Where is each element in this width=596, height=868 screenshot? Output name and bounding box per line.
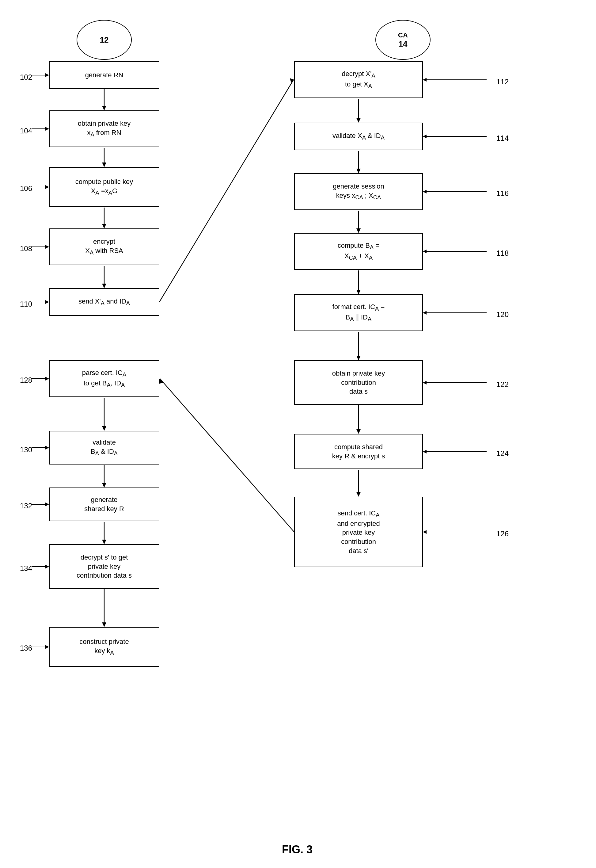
- svg-marker-13: [102, 483, 106, 488]
- box-construct-private-key: construct private key kA: [49, 627, 159, 667]
- step-116: 116: [496, 189, 509, 198]
- svg-marker-19: [356, 118, 361, 123]
- svg-marker-41: [45, 245, 49, 248]
- step-134: 134: [20, 564, 32, 573]
- box-compute-public-key: compute public key XA =xAG: [49, 167, 159, 207]
- svg-marker-31: [356, 492, 361, 497]
- entity-device: 12: [77, 20, 132, 60]
- svg-marker-25: [356, 290, 361, 294]
- step-104: 104: [20, 127, 32, 135]
- step-120: 120: [496, 310, 509, 319]
- svg-marker-57: [423, 135, 426, 138]
- svg-marker-7: [102, 284, 106, 288]
- step-124: 124: [496, 449, 509, 458]
- entity-ca-label1: CA: [398, 31, 408, 39]
- svg-marker-1: [102, 106, 106, 110]
- box-generate-session-keys: generate session keys xCA ; XCA: [294, 173, 423, 210]
- svg-marker-67: [423, 450, 426, 454]
- box-decrypt-s: decrypt s' to get private key contributi…: [49, 544, 159, 589]
- svg-marker-55: [423, 78, 426, 81]
- step-108: 108: [20, 244, 32, 253]
- svg-marker-69: [423, 530, 426, 534]
- box-compute-ba: compute BA = XCA + XA: [294, 233, 423, 270]
- svg-marker-45: [45, 377, 49, 380]
- svg-marker-17: [102, 623, 106, 627]
- svg-line-32: [160, 379, 294, 532]
- figure-caption: FIG. 3: [236, 843, 358, 856]
- svg-marker-49: [45, 503, 49, 506]
- svg-marker-43: [45, 300, 49, 304]
- box-obtain-private-key-contrib: obtain private key contribution data s: [294, 360, 423, 405]
- box-decrypt-xa: decrypt X'A to get XA: [294, 61, 423, 98]
- step-112: 112: [496, 78, 509, 86]
- svg-marker-3: [102, 163, 106, 167]
- box-encrypt-xa: encrypt XA with RSA: [49, 228, 159, 265]
- svg-marker-21: [356, 169, 361, 173]
- box-parse-cert: parse cert. ICA to get BA, IDA: [49, 360, 159, 397]
- svg-marker-33: [159, 379, 163, 384]
- svg-line-8: [159, 80, 294, 302]
- box-send-xa-ida: send X'A and IDA: [49, 288, 159, 316]
- step-110: 110: [20, 300, 32, 308]
- step-132: 132: [20, 501, 32, 510]
- box-generate-rn: generate RN: [49, 61, 159, 89]
- svg-marker-11: [102, 426, 106, 431]
- box-validate-ba: validate BA & IDA: [49, 431, 159, 464]
- box-send-cert: send cert. ICA and encrypted private key…: [294, 497, 423, 567]
- svg-marker-53: [45, 645, 49, 649]
- box-obtain-private-key: obtain private key xA from RN: [49, 110, 159, 147]
- svg-marker-23: [356, 228, 361, 233]
- svg-marker-27: [356, 356, 361, 360]
- svg-marker-9: [290, 78, 294, 83]
- box-format-cert: format cert. ICA = BA ∥ IDA: [294, 294, 423, 331]
- svg-marker-35: [45, 73, 49, 77]
- step-130: 130: [20, 445, 32, 454]
- svg-marker-51: [45, 565, 49, 568]
- step-102: 102: [20, 73, 32, 81]
- svg-marker-65: [423, 381, 426, 384]
- step-128: 128: [20, 376, 32, 384]
- entity-ca-label2: 14: [399, 39, 407, 49]
- svg-marker-63: [423, 311, 426, 315]
- box-validate-xa-ida: validate XA & IDA: [294, 123, 423, 150]
- step-126: 126: [496, 529, 509, 538]
- entity-ca: CA 14: [375, 20, 431, 60]
- step-136: 136: [20, 644, 32, 652]
- svg-marker-39: [45, 185, 49, 189]
- step-114: 114: [496, 134, 509, 143]
- svg-marker-15: [102, 540, 106, 544]
- box-compute-shared-key: compute shared key R & encrypt s: [294, 434, 423, 469]
- box-generate-shared-key: generate shared key R: [49, 488, 159, 521]
- svg-marker-29: [356, 429, 361, 434]
- diagram-container: 12 CA 14 102 104 106 108 110 128 130 132…: [0, 0, 596, 868]
- svg-marker-47: [45, 446, 49, 450]
- svg-marker-61: [423, 250, 426, 253]
- step-106: 106: [20, 184, 32, 193]
- step-122: 122: [496, 380, 509, 389]
- svg-marker-5: [102, 224, 106, 228]
- entity-device-label: 12: [100, 35, 109, 45]
- svg-marker-59: [423, 190, 426, 194]
- svg-marker-37: [45, 127, 49, 131]
- step-118: 118: [496, 249, 509, 257]
